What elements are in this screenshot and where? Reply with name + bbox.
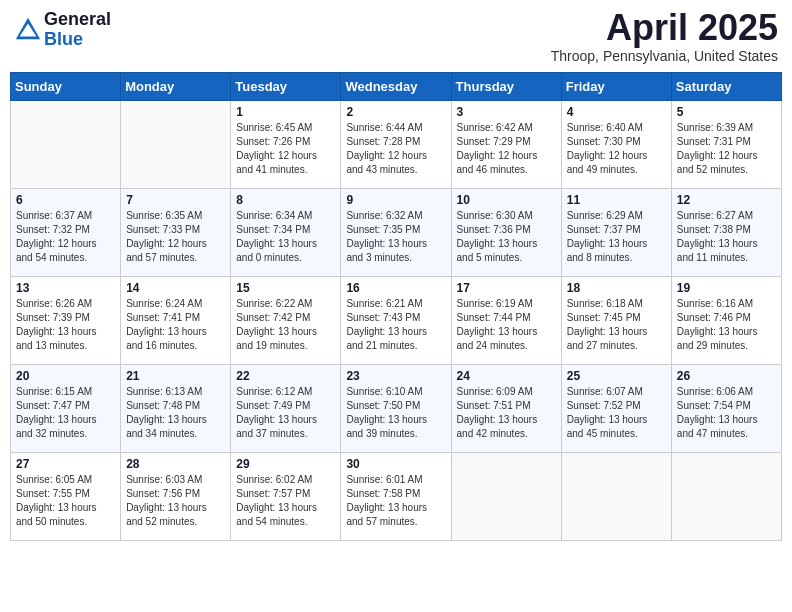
day-detail: Sunrise: 6:39 AMSunset: 7:31 PMDaylight:…: [677, 121, 776, 177]
day-number: 24: [457, 369, 556, 383]
day-detail: Sunrise: 6:15 AMSunset: 7:47 PMDaylight:…: [16, 385, 115, 441]
day-detail: Sunrise: 6:05 AMSunset: 7:55 PMDaylight:…: [16, 473, 115, 529]
calendar-cell: 17Sunrise: 6:19 AMSunset: 7:44 PMDayligh…: [451, 277, 561, 365]
day-number: 2: [346, 105, 445, 119]
day-number: 5: [677, 105, 776, 119]
calendar-cell: 6Sunrise: 6:37 AMSunset: 7:32 PMDaylight…: [11, 189, 121, 277]
calendar-cell: [11, 101, 121, 189]
day-number: 3: [457, 105, 556, 119]
day-number: 21: [126, 369, 225, 383]
logo: General Blue: [14, 10, 111, 50]
day-detail: Sunrise: 6:01 AMSunset: 7:58 PMDaylight:…: [346, 473, 445, 529]
header: General Blue April 2025 Throop, Pennsylv…: [10, 10, 782, 64]
day-number: 18: [567, 281, 666, 295]
calendar-cell: 1Sunrise: 6:45 AMSunset: 7:26 PMDaylight…: [231, 101, 341, 189]
day-detail: Sunrise: 6:10 AMSunset: 7:50 PMDaylight:…: [346, 385, 445, 441]
day-detail: Sunrise: 6:27 AMSunset: 7:38 PMDaylight:…: [677, 209, 776, 265]
calendar-cell: [451, 453, 561, 541]
calendar-cell: 14Sunrise: 6:24 AMSunset: 7:41 PMDayligh…: [121, 277, 231, 365]
day-number: 13: [16, 281, 115, 295]
day-detail: Sunrise: 6:24 AMSunset: 7:41 PMDaylight:…: [126, 297, 225, 353]
day-detail: Sunrise: 6:18 AMSunset: 7:45 PMDaylight:…: [567, 297, 666, 353]
day-number: 22: [236, 369, 335, 383]
day-number: 12: [677, 193, 776, 207]
day-detail: Sunrise: 6:29 AMSunset: 7:37 PMDaylight:…: [567, 209, 666, 265]
day-detail: Sunrise: 6:26 AMSunset: 7:39 PMDaylight:…: [16, 297, 115, 353]
day-number: 6: [16, 193, 115, 207]
day-detail: Sunrise: 6:02 AMSunset: 7:57 PMDaylight:…: [236, 473, 335, 529]
day-number: 28: [126, 457, 225, 471]
day-detail: Sunrise: 6:07 AMSunset: 7:52 PMDaylight:…: [567, 385, 666, 441]
day-number: 4: [567, 105, 666, 119]
day-number: 11: [567, 193, 666, 207]
day-detail: Sunrise: 6:19 AMSunset: 7:44 PMDaylight:…: [457, 297, 556, 353]
logo-icon: [14, 16, 42, 44]
title-area: April 2025 Throop, Pennsylvania, United …: [551, 10, 778, 64]
day-detail: Sunrise: 6:35 AMSunset: 7:33 PMDaylight:…: [126, 209, 225, 265]
day-detail: Sunrise: 6:13 AMSunset: 7:48 PMDaylight:…: [126, 385, 225, 441]
calendar-cell: [671, 453, 781, 541]
calendar-cell: [561, 453, 671, 541]
day-number: 8: [236, 193, 335, 207]
day-header-monday: Monday: [121, 73, 231, 101]
day-header-wednesday: Wednesday: [341, 73, 451, 101]
calendar-cell: 18Sunrise: 6:18 AMSunset: 7:45 PMDayligh…: [561, 277, 671, 365]
day-detail: Sunrise: 6:12 AMSunset: 7:49 PMDaylight:…: [236, 385, 335, 441]
day-number: 29: [236, 457, 335, 471]
day-header-friday: Friday: [561, 73, 671, 101]
day-detail: Sunrise: 6:44 AMSunset: 7:28 PMDaylight:…: [346, 121, 445, 177]
week-row-2: 6Sunrise: 6:37 AMSunset: 7:32 PMDaylight…: [11, 189, 782, 277]
calendar-cell: 24Sunrise: 6:09 AMSunset: 7:51 PMDayligh…: [451, 365, 561, 453]
day-detail: Sunrise: 6:21 AMSunset: 7:43 PMDaylight:…: [346, 297, 445, 353]
day-detail: Sunrise: 6:32 AMSunset: 7:35 PMDaylight:…: [346, 209, 445, 265]
day-number: 17: [457, 281, 556, 295]
calendar-cell: 16Sunrise: 6:21 AMSunset: 7:43 PMDayligh…: [341, 277, 451, 365]
calendar-cell: 9Sunrise: 6:32 AMSunset: 7:35 PMDaylight…: [341, 189, 451, 277]
calendar-cell: 29Sunrise: 6:02 AMSunset: 7:57 PMDayligh…: [231, 453, 341, 541]
day-number: 23: [346, 369, 445, 383]
week-row-3: 13Sunrise: 6:26 AMSunset: 7:39 PMDayligh…: [11, 277, 782, 365]
calendar-cell: 7Sunrise: 6:35 AMSunset: 7:33 PMDaylight…: [121, 189, 231, 277]
calendar-cell: 5Sunrise: 6:39 AMSunset: 7:31 PMDaylight…: [671, 101, 781, 189]
calendar-table: SundayMondayTuesdayWednesdayThursdayFrid…: [10, 72, 782, 541]
calendar-cell: 2Sunrise: 6:44 AMSunset: 7:28 PMDaylight…: [341, 101, 451, 189]
day-header-thursday: Thursday: [451, 73, 561, 101]
calendar-cell: 13Sunrise: 6:26 AMSunset: 7:39 PMDayligh…: [11, 277, 121, 365]
week-row-5: 27Sunrise: 6:05 AMSunset: 7:55 PMDayligh…: [11, 453, 782, 541]
day-detail: Sunrise: 6:34 AMSunset: 7:34 PMDaylight:…: [236, 209, 335, 265]
calendar-cell: 22Sunrise: 6:12 AMSunset: 7:49 PMDayligh…: [231, 365, 341, 453]
day-number: 20: [16, 369, 115, 383]
day-number: 26: [677, 369, 776, 383]
calendar-cell: 19Sunrise: 6:16 AMSunset: 7:46 PMDayligh…: [671, 277, 781, 365]
day-header-tuesday: Tuesday: [231, 73, 341, 101]
day-number: 30: [346, 457, 445, 471]
day-number: 16: [346, 281, 445, 295]
day-number: 27: [16, 457, 115, 471]
calendar-cell: 8Sunrise: 6:34 AMSunset: 7:34 PMDaylight…: [231, 189, 341, 277]
day-detail: Sunrise: 6:42 AMSunset: 7:29 PMDaylight:…: [457, 121, 556, 177]
calendar-cell: 21Sunrise: 6:13 AMSunset: 7:48 PMDayligh…: [121, 365, 231, 453]
calendar-cell: [121, 101, 231, 189]
calendar-cell: 28Sunrise: 6:03 AMSunset: 7:56 PMDayligh…: [121, 453, 231, 541]
calendar-cell: 12Sunrise: 6:27 AMSunset: 7:38 PMDayligh…: [671, 189, 781, 277]
calendar-cell: 27Sunrise: 6:05 AMSunset: 7:55 PMDayligh…: [11, 453, 121, 541]
logo-text: General Blue: [44, 10, 111, 50]
calendar-cell: 11Sunrise: 6:29 AMSunset: 7:37 PMDayligh…: [561, 189, 671, 277]
calendar-cell: 23Sunrise: 6:10 AMSunset: 7:50 PMDayligh…: [341, 365, 451, 453]
day-number: 1: [236, 105, 335, 119]
day-number: 14: [126, 281, 225, 295]
month-title: April 2025: [551, 10, 778, 46]
calendar-cell: 4Sunrise: 6:40 AMSunset: 7:30 PMDaylight…: [561, 101, 671, 189]
calendar-cell: 20Sunrise: 6:15 AMSunset: 7:47 PMDayligh…: [11, 365, 121, 453]
day-detail: Sunrise: 6:06 AMSunset: 7:54 PMDaylight:…: [677, 385, 776, 441]
day-detail: Sunrise: 6:22 AMSunset: 7:42 PMDaylight:…: [236, 297, 335, 353]
calendar-cell: 3Sunrise: 6:42 AMSunset: 7:29 PMDaylight…: [451, 101, 561, 189]
day-header-saturday: Saturday: [671, 73, 781, 101]
calendar-cell: 26Sunrise: 6:06 AMSunset: 7:54 PMDayligh…: [671, 365, 781, 453]
day-number: 10: [457, 193, 556, 207]
calendar-cell: 15Sunrise: 6:22 AMSunset: 7:42 PMDayligh…: [231, 277, 341, 365]
day-number: 25: [567, 369, 666, 383]
day-number: 7: [126, 193, 225, 207]
day-detail: Sunrise: 6:30 AMSunset: 7:36 PMDaylight:…: [457, 209, 556, 265]
week-row-4: 20Sunrise: 6:15 AMSunset: 7:47 PMDayligh…: [11, 365, 782, 453]
